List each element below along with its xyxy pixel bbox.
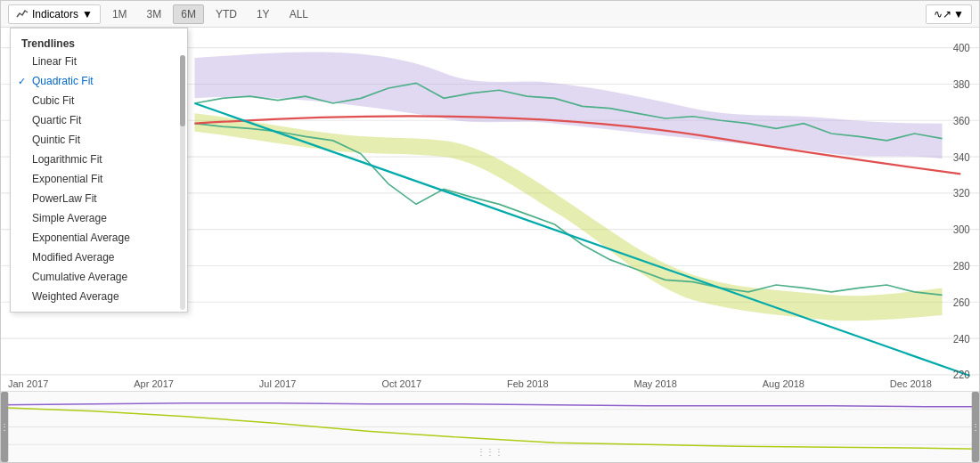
dropdown-item-label: Exponential Average xyxy=(32,232,130,244)
toolbar: Indicators ▼ 1M 3M 6M YTD 1Y ALL ∿↗ ▼ xyxy=(1,1,979,28)
x-label-aug2018: Aug 2018 xyxy=(763,378,804,389)
dropdown-item-quadratic-fit[interactable]: ✓ Quadratic Fit xyxy=(11,71,187,91)
x-label-jul2017: Jul 2017 xyxy=(259,378,297,389)
chart-type-label: ∿↗ xyxy=(934,8,951,20)
y-label-320: 320 xyxy=(953,187,970,200)
checkmark-icon: ✓ xyxy=(18,76,26,87)
dropdown-item-exponential-fit[interactable]: Exponential Fit xyxy=(11,169,187,189)
x-label-dec2018: Dec 2018 xyxy=(890,378,932,389)
dropdown-item-label: Quintic Fit xyxy=(32,134,80,146)
dropdown-scrollbar[interactable] xyxy=(180,55,185,310)
center-handle-icon: ⋮⋮⋮ xyxy=(477,447,504,457)
y-label-400: 400 xyxy=(953,42,970,55)
trendlines-dropdown: Trendlines Linear Fit ✓ Quadratic Fit Cu… xyxy=(10,28,188,313)
time-btn-6m[interactable]: 6M xyxy=(173,4,204,24)
main-container: Indicators ▼ 1M 3M 6M YTD 1Y ALL ∿↗ ▼ Tr… xyxy=(0,0,980,463)
dropdown-section-title: Trendlines xyxy=(11,34,187,52)
dropdown-item-simple-average[interactable]: Simple Average xyxy=(11,208,187,228)
mini-chart-svg: ⋮ ⋮ ⋮⋮⋮ xyxy=(1,392,979,462)
time-btn-ytd[interactable]: YTD xyxy=(208,4,245,24)
dropdown-item-quintic-fit[interactable]: Quintic Fit xyxy=(11,130,187,150)
time-btn-1m[interactable]: 1M xyxy=(104,4,135,24)
time-btn-1y[interactable]: 1Y xyxy=(249,4,278,24)
x-axis: Jan 2017 Apr 2017 Jul 2017 Oct 2017 Feb … xyxy=(1,377,939,391)
dropdown-item-label: Simple Average xyxy=(32,212,107,224)
y-label-300: 300 xyxy=(953,223,970,237)
dropdown-scrollbar-thumb[interactable] xyxy=(180,55,185,126)
dropdown-arrow-icon: ▼ xyxy=(82,8,93,20)
dropdown-item-label: Cumulative Average xyxy=(32,271,127,283)
dropdown-item-exponential-average[interactable]: Exponential Average xyxy=(11,228,187,248)
indicators-label: Indicators xyxy=(32,8,78,20)
dropdown-item-linear-fit[interactable]: Linear Fit xyxy=(11,52,187,71)
x-label-may2018: May 2018 xyxy=(633,378,676,389)
indicators-button[interactable]: Indicators ▼ xyxy=(8,4,101,24)
chart-area: Trendlines Linear Fit ✓ Quadratic Fit Cu… xyxy=(1,28,979,462)
dropdown-item-label: Exponential Fit xyxy=(32,173,102,185)
dropdown-item-modified-average[interactable]: Modified Average xyxy=(11,248,187,267)
dropdown-item-logarithmic-fit[interactable]: Logarithmic Fit xyxy=(11,150,187,169)
toolbar-right: ∿↗ ▼ xyxy=(926,4,972,24)
y-label-280: 280 xyxy=(953,260,970,273)
dropdown-item-label: Logarithmic Fit xyxy=(32,153,102,166)
x-label-apr2017: Apr 2017 xyxy=(134,378,174,389)
dropdown-item-powerlaw-fit[interactable]: PowerLaw Fit xyxy=(11,189,187,208)
dropdown-item-cumulative-average[interactable]: Cumulative Average xyxy=(11,267,187,287)
y-label-260: 260 xyxy=(953,296,970,309)
dropdown-item-label: Quadratic Fit xyxy=(32,75,94,87)
y-label-220: 220 xyxy=(953,369,970,382)
time-btn-3m[interactable]: 3M xyxy=(139,4,170,24)
right-handle-icon: ⋮ xyxy=(971,423,979,433)
y-label-360: 360 xyxy=(953,114,970,127)
y-label-380: 380 xyxy=(953,78,970,92)
dropdown-item-label: Cubic Fit xyxy=(32,94,74,107)
y-label-240: 240 xyxy=(953,332,970,345)
chart-type-arrow: ▼ xyxy=(953,8,964,20)
dropdown-item-label: Modified Average xyxy=(32,251,115,264)
dropdown-item-label: Linear Fit xyxy=(32,55,77,68)
dropdown-item-cubic-fit[interactable]: Cubic Fit xyxy=(11,91,187,110)
dropdown-item-label: Quartic Fit xyxy=(32,114,81,126)
left-handle-icon: ⋮ xyxy=(1,423,9,433)
dropdown-item-quartic-fit[interactable]: Quartic Fit xyxy=(11,110,187,130)
y-label-340: 340 xyxy=(953,150,970,164)
time-btn-all[interactable]: ALL xyxy=(282,4,316,24)
dropdown-item-label: PowerLaw Fit xyxy=(32,192,97,205)
mini-chart: ⋮ ⋮ ⋮⋮⋮ xyxy=(1,391,979,462)
x-label-oct2017: Oct 2017 xyxy=(381,378,421,389)
x-label-jan2017: Jan 2017 xyxy=(8,378,48,389)
x-label-feb2018: Feb 2018 xyxy=(507,378,548,389)
indicators-icon xyxy=(16,8,29,20)
dropdown-item-label: Weighted Average xyxy=(32,290,119,303)
dropdown-item-weighted-average[interactable]: Weighted Average xyxy=(11,287,187,306)
chart-type-button[interactable]: ∿↗ ▼ xyxy=(926,4,972,24)
